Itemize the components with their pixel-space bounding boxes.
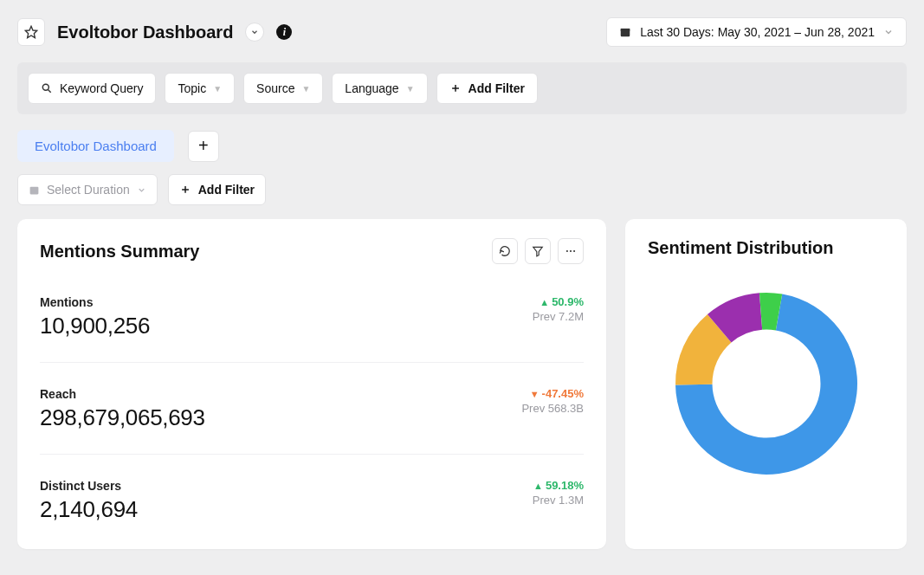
metric-info: Distinct Users 2,140,694 (40, 479, 138, 523)
up-arrow-icon: ▲ (540, 297, 549, 307)
filter-bar: Keyword Query Topic ▼ Source ▼ Language … (17, 62, 907, 114)
dropdown-arrow-icon: ▼ (406, 84, 415, 94)
metric-delta: ▼-47.45% Prev 568.3B (521, 387, 584, 415)
plus-icon: ＋ (449, 81, 462, 96)
header-bar: Evoltobor Dashboard i Last 30 Days: May … (17, 17, 907, 47)
topic-label: Topic (178, 81, 206, 95)
metric-label: Reach (40, 387, 205, 401)
tab-label: Evoltobor Dashboard (35, 139, 157, 153)
refresh-button[interactable] (492, 238, 518, 264)
language-filter[interactable]: Language ▼ (332, 73, 427, 104)
svg-point-9 (573, 250, 575, 252)
chevron-down-icon (137, 185, 146, 195)
source-label: Source (256, 81, 294, 95)
sentiment-donut-chart (658, 275, 875, 492)
select-duration-label: Select Duration (47, 183, 130, 197)
delta-previous: Prev 1.3M (533, 494, 584, 507)
svg-point-8 (570, 250, 572, 252)
metric-label: Distinct Users (40, 479, 138, 493)
metric-info: Mentions 10,900,256 (40, 295, 150, 339)
calendar-icon (619, 26, 631, 38)
header-left: Evoltobor Dashboard i (17, 18, 292, 46)
card-header: Mentions Summary (40, 238, 584, 264)
title-dropdown-button[interactable] (245, 23, 264, 42)
add-filter-button[interactable]: ＋ Add Filter (436, 73, 538, 104)
topic-filter[interactable]: Topic ▼ (165, 73, 235, 104)
metric-row-distinct-users: Distinct Users 2,140,694 ▲59.18% Prev 1.… (40, 472, 584, 530)
metric-info: Reach 298,679,065,693 (40, 387, 205, 431)
more-menu-button[interactable] (558, 238, 584, 264)
dropdown-arrow-icon: ▼ (213, 84, 222, 94)
calendar-icon (29, 184, 40, 196)
svg-marker-0 (25, 26, 36, 37)
filter-button[interactable] (525, 238, 551, 264)
tabs-row: Evoltobor Dashboard + (17, 130, 907, 162)
keyword-query-filter[interactable]: Keyword Query (28, 73, 156, 104)
cards-region: Mentions Summary Mentions 10,900, (17, 219, 907, 549)
card-title: Mentions Summary (40, 242, 199, 262)
info-icon[interactable]: i (276, 24, 292, 40)
delta-previous: Prev 7.2M (533, 310, 584, 323)
language-label: Language (345, 81, 398, 95)
date-range-label: Last 30 Days: May 30, 2021 – Jun 28, 202… (640, 25, 875, 39)
favorite-star-button[interactable] (17, 18, 45, 46)
svg-line-4 (48, 89, 50, 92)
metric-label: Mentions (40, 295, 150, 309)
svg-rect-2 (621, 29, 630, 31)
add-filter-label: Add Filter (198, 183, 255, 197)
up-arrow-icon: ▲ (533, 481, 543, 491)
dashboard-title: Evoltobor Dashboard (57, 23, 233, 42)
delta-percent: ▲50.9% (533, 295, 584, 308)
add-filter-label: Add Filter (468, 81, 525, 95)
metric-row-reach: Reach 298,679,065,693 ▼-47.45% Prev 568.… (40, 380, 584, 455)
select-duration-button[interactable]: Select Duration (17, 174, 158, 205)
ellipsis-icon (565, 245, 577, 257)
metric-delta: ▲59.18% Prev 1.3M (533, 479, 584, 507)
metric-value: 10,900,256 (40, 313, 150, 339)
add-tab-button[interactable]: + (188, 131, 219, 162)
tab-dashboard[interactable]: Evoltobor Dashboard (17, 130, 174, 162)
source-filter[interactable]: Source ▼ (243, 73, 323, 104)
svg-rect-5 (30, 186, 39, 194)
search-icon (41, 82, 53, 94)
refresh-icon (499, 245, 511, 257)
sentiment-distribution-card: Sentiment Distribution (625, 219, 907, 549)
delta-percent: ▲59.18% (533, 479, 584, 492)
metric-value: 2,140,694 (40, 496, 138, 523)
delta-previous: Prev 568.3B (521, 402, 584, 415)
metric-delta: ▲50.9% Prev 7.2M (533, 295, 584, 323)
add-filter-secondary-button[interactable]: ＋ Add Filter (168, 174, 266, 205)
funnel-icon (532, 245, 544, 257)
keyword-query-label: Keyword Query (60, 81, 143, 95)
chevron-down-icon (883, 27, 894, 37)
donut-chart-wrap (648, 258, 884, 492)
svg-point-7 (566, 250, 568, 252)
delta-percent: ▼-47.45% (521, 387, 584, 400)
secondary-filter-row: Select Duration ＋ Add Filter (17, 174, 907, 205)
plus-icon: ＋ (179, 182, 191, 197)
metric-value: 298,679,065,693 (40, 404, 205, 431)
mentions-summary-card: Mentions Summary Mentions 10,900, (17, 219, 606, 549)
card-tools (492, 238, 584, 264)
metric-row-mentions: Mentions 10,900,256 ▲50.9% Prev 7.2M (40, 288, 584, 363)
date-range-picker[interactable]: Last 30 Days: May 30, 2021 – Jun 28, 202… (606, 17, 907, 47)
card-title: Sentiment Distribution (648, 238, 884, 258)
down-arrow-icon: ▼ (530, 389, 540, 399)
dropdown-arrow-icon: ▼ (301, 84, 310, 94)
svg-marker-6 (533, 247, 543, 256)
plus-icon: + (198, 136, 209, 156)
svg-point-3 (42, 84, 48, 90)
